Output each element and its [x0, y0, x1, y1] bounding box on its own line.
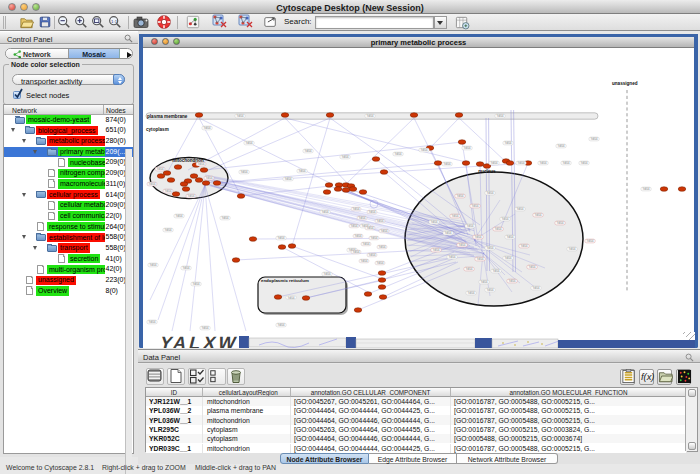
- svg-text:Ydl04: Ydl04: [505, 141, 512, 145]
- svg-text:Ydl04: Ydl04: [535, 213, 542, 217]
- svg-text:Ydl04: Ydl04: [367, 226, 374, 230]
- svg-text:Ydl04: Ydl04: [509, 279, 516, 283]
- svg-text:f(x): f(x): [640, 372, 654, 382]
- svg-text:Ydl04: Ydl04: [487, 246, 494, 250]
- svg-text:Ydl04: Ydl04: [355, 234, 362, 238]
- svg-text:Ydl04: Ydl04: [507, 235, 514, 239]
- svg-text:YALXW: YALXW: [157, 333, 240, 348]
- svg-text:Ydl04: Ydl04: [558, 144, 565, 148]
- svg-text:Ydl04: Ydl04: [533, 286, 540, 290]
- svg-text:Ydl04: Ydl04: [363, 242, 370, 246]
- svg-text:Ydl04: Ydl04: [495, 227, 502, 231]
- svg-text:Ydl04: Ydl04: [481, 280, 488, 284]
- svg-text:Ydl04: Ydl04: [285, 177, 292, 181]
- svg-text:Ydl04: Ydl04: [371, 236, 378, 240]
- svg-text:Ydl04: Ydl04: [377, 261, 384, 265]
- svg-text:Ydl04: Ydl04: [241, 170, 248, 174]
- svg-text:Ydl04: Ydl04: [176, 214, 183, 218]
- svg-text:Ydl04: Ydl04: [305, 149, 312, 153]
- svg-text:Ydl04: Ydl04: [587, 239, 594, 243]
- svg-text:Ydl04: Ydl04: [457, 194, 464, 198]
- svg-text:Ydl04: Ydl04: [445, 231, 452, 235]
- svg-text:Ydl04: Ydl04: [591, 137, 598, 141]
- svg-text:unassigned: unassigned: [612, 81, 638, 86]
- svg-text:Ydl04: Ydl04: [581, 161, 588, 165]
- svg-text:Ydl04: Ydl04: [518, 161, 525, 165]
- svg-text:Ydl04: Ydl04: [183, 266, 190, 270]
- svg-text:Ydl04: Ydl04: [643, 187, 650, 191]
- svg-text:Ydl04: Ydl04: [367, 114, 374, 118]
- svg-text:Ydl04: Ydl04: [202, 326, 209, 330]
- svg-text:cytoplasm: cytoplasm: [146, 127, 169, 132]
- svg-text:Ydl04: Ydl04: [497, 114, 504, 118]
- svg-text:Ydl04: Ydl04: [278, 323, 285, 327]
- svg-text:Ydl04: Ydl04: [377, 219, 384, 223]
- svg-text:Ydl04: Ydl04: [222, 216, 229, 220]
- svg-text:Ydl04: Ydl04: [278, 236, 285, 240]
- svg-text:Ydl04: Ydl04: [475, 235, 482, 239]
- svg-text:Ydl04: Ydl04: [569, 247, 576, 251]
- svg-text:Ydl04: Ydl04: [472, 204, 479, 208]
- svg-text:Ydl04: Ydl04: [149, 320, 156, 324]
- svg-text:Ydl04: Ydl04: [157, 167, 164, 171]
- svg-text:Ydl04: Ydl04: [353, 250, 360, 254]
- svg-text:Ydl04: Ydl04: [466, 267, 473, 271]
- svg-text:Ydl04: Ydl04: [206, 176, 213, 180]
- svg-text:Ydl04: Ydl04: [433, 248, 440, 252]
- svg-text:Ydl04: Ydl04: [529, 265, 536, 269]
- svg-text:nucleus: nucleus: [478, 169, 496, 174]
- svg-text:Ydl04: Ydl04: [464, 146, 471, 150]
- svg-text:Ydl04: Ydl04: [165, 189, 172, 193]
- svg-text:Ydl04: Ydl04: [557, 221, 564, 225]
- svg-text:Ydl04: Ydl04: [204, 126, 211, 130]
- svg-text:Ydl04: Ydl04: [502, 217, 509, 221]
- svg-text:Ydl04: Ydl04: [431, 220, 438, 224]
- svg-text:Ydl04: Ydl04: [351, 224, 358, 228]
- svg-text:Ydl04: Ydl04: [369, 253, 376, 257]
- svg-text:Ydl04: Ydl04: [563, 161, 570, 165]
- svg-text:Ydl04: Ydl04: [246, 141, 253, 145]
- svg-text:Ydl04: Ydl04: [421, 148, 428, 152]
- svg-text:Ydl04: Ydl04: [369, 210, 376, 214]
- svg-text:Ydl04: Ydl04: [540, 161, 547, 165]
- svg-text:Ydl04: Ydl04: [491, 161, 498, 165]
- svg-text:Ydl04: Ydl04: [444, 162, 451, 166]
- svg-text:Ydl04: Ydl04: [505, 256, 512, 260]
- svg-text:Ydl04: Ydl04: [359, 216, 366, 220]
- svg-text:Ydl04: Ydl04: [477, 257, 484, 261]
- svg-text:Ydl04: Ydl04: [150, 263, 157, 267]
- svg-text:Ydl04: Ydl04: [449, 255, 456, 259]
- svg-text:Ydl04: Ydl04: [149, 182, 156, 186]
- svg-text:Ydl04: Ydl04: [459, 243, 466, 247]
- svg-text:endoplasmic reticulum: endoplasmic reticulum: [261, 278, 309, 283]
- svg-text:1:1: 1:1: [111, 19, 118, 24]
- svg-text:Ydl04: Ydl04: [521, 244, 528, 248]
- svg-text:plasma membrane: plasma membrane: [147, 114, 188, 119]
- svg-text:Ydl04: Ydl04: [468, 291, 475, 295]
- svg-text:Ydl04: Ydl04: [324, 272, 331, 276]
- svg-text:Ydl04: Ydl04: [322, 210, 329, 214]
- svg-text:Ydl04: Ydl04: [299, 169, 306, 173]
- svg-text:Ydl04: Ydl04: [487, 288, 494, 292]
- svg-text:Ydl04: Ydl04: [452, 214, 459, 218]
- svg-text:Ydl04: Ydl04: [188, 194, 195, 198]
- svg-text:Ydl04: Ydl04: [342, 155, 349, 159]
- svg-text:Ydl04: Ydl04: [288, 296, 295, 300]
- svg-text:Ydl04: Ydl04: [193, 282, 200, 286]
- svg-text:Ydl04: Ydl04: [237, 114, 244, 118]
- svg-text:Ydl04: Ydl04: [361, 259, 368, 263]
- svg-text:Ydl04: Ydl04: [381, 229, 388, 233]
- svg-text:Ydl04: Ydl04: [353, 207, 360, 211]
- svg-text:Ydl04: Ydl04: [487, 191, 494, 195]
- svg-text:Ydl04: Ydl04: [467, 224, 474, 228]
- svg-text:Ydl04: Ydl04: [198, 162, 205, 166]
- svg-text:Ydl04: Ydl04: [517, 207, 524, 211]
- svg-text:Ydl04: Ydl04: [493, 269, 500, 273]
- svg-text:Ydl04: Ydl04: [379, 245, 386, 249]
- svg-text:Ydl04: Ydl04: [395, 152, 402, 156]
- svg-text:Ydl04: Ydl04: [165, 228, 172, 232]
